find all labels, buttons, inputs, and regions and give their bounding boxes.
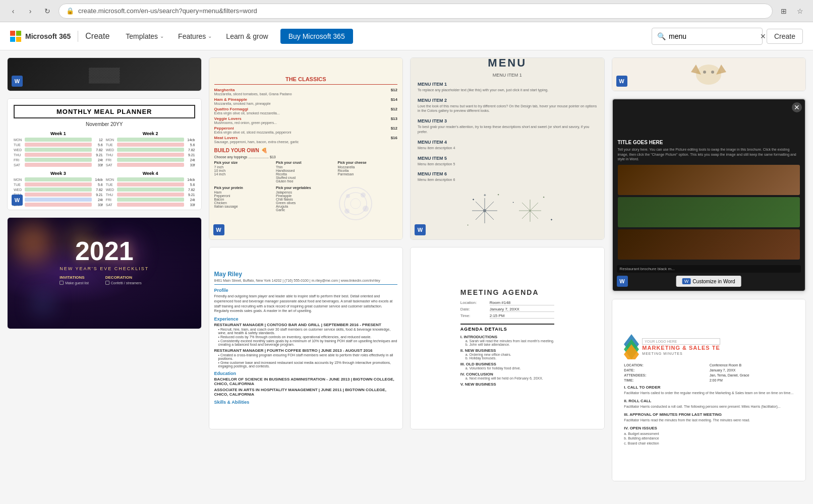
mp-week3: Week 3 MON14cb TUE5.6 WED7.82 THU9.21 FR… (14, 171, 103, 207)
resume-name: May Riley (214, 271, 398, 278)
marketing-text-2: Facilitator Harris conducted a roll call… (624, 404, 793, 409)
svg-text:✦: ✦ (497, 193, 499, 196)
column-2: THE CLASSICS MargheritaMozzarella, slice… (209, 57, 403, 481)
classic-item-1: MENU ITEM 1 To replace any placeholder t… (418, 82, 597, 93)
create-header-button[interactable]: Create (767, 29, 803, 44)
svg-text:✦: ✦ (550, 218, 553, 221)
svg-point-3 (346, 194, 350, 198)
browser-chrome: ‹ › ↻ 🔒 create.microsoft.com/en-us/searc… (0, 0, 813, 22)
card-meal-planner[interactable]: MONTHLY MEAL PLANNER November 20YY Week … (7, 98, 202, 210)
buy-button[interactable]: Buy Microsoft 365 (280, 29, 353, 44)
dark-decor: ▓▓▓ (89, 67, 120, 83)
svg-line-24 (530, 203, 538, 211)
resume-profile-text: Friendly and outgoing team player and le… (214, 294, 398, 313)
card-resume[interactable]: May Riley 8461 Main Street, Buffalo, New… (209, 247, 403, 429)
agenda-date-row: Date: January 7, 20XX (460, 307, 554, 312)
card-agenda[interactable]: MEETING AGENDA Location: Room #148 Date:… (410, 247, 605, 429)
nav-templates[interactable]: Templates ⌄ (120, 29, 170, 43)
build-size: Pick your size 7 inch10 inch14 inch (214, 161, 274, 183)
bokeh-1 (13, 223, 53, 263)
classic-item-2: MENU ITEM 2 Love the look of this menu b… (418, 98, 597, 114)
mp-row: THU9.21 (106, 193, 195, 197)
veggie-list: JalapenosPineappleChili flakesGreen oliv… (276, 191, 336, 212)
address-bar[interactable]: 🔒 create.microsoft.com/en-us/search?quer… (59, 4, 773, 19)
nye-checkbox-decor (105, 281, 109, 285)
card-partial-fox[interactable]: W (612, 57, 806, 91)
resume-education-title: Education (214, 371, 398, 376)
mp-row: MON12 (14, 138, 103, 142)
build-own-title: BUILD YOUR OWN 🍕 (214, 148, 398, 153)
logo-sq-green (16, 31, 21, 36)
card-rest-brochure[interactable]: ✕ TITLE GOES HERE Tell your story here. … (612, 98, 806, 292)
ms365-logo[interactable]: Microsoft 365 (10, 31, 71, 42)
mp-title: MONTHLY MEAL PLANNER (14, 105, 195, 118)
meta-time-label: TIME: (624, 379, 708, 382)
nav-learn[interactable]: Learn & grow (220, 29, 274, 43)
nye-decor-label: Confetti / streamers (111, 281, 142, 285)
resume-bullet: • Reduced costs by 7% through controls o… (218, 335, 398, 339)
classic-item-5: MENU ITEM 5 Menu item description 5 (418, 156, 597, 167)
mp-row: WED7.82 (106, 187, 195, 192)
nav-features[interactable]: Features ⌄ (172, 29, 218, 43)
word-badge-dark: W (12, 76, 23, 87)
customize-word-icon: W (682, 278, 691, 284)
word-badge-fox: W (616, 76, 627, 87)
search-clear-icon[interactable]: ✕ (760, 32, 766, 40)
agenda-date-value: January 7, 20XX (490, 307, 554, 312)
extensions-button[interactable]: ⊞ (777, 4, 791, 18)
agenda-image: MEETING AGENDA Location: Room #148 Date:… (411, 247, 604, 429)
back-button[interactable]: ‹ (6, 4, 20, 18)
card-pizza[interactable]: THE CLASSICS MargheritaMozzarella, slice… (209, 57, 403, 240)
bookmark-button[interactable]: ☆ (793, 4, 807, 18)
resume-bullet: • Recruit, hire, train, and coach over 3… (218, 328, 398, 335)
ms-logo-squares (10, 31, 21, 42)
marketing-subtitle: MEETING MINUTES (642, 352, 720, 355)
marketing-text-1: Facilitator Harris called to order the r… (624, 391, 793, 396)
rest-bottom-label: Restaurant brochure black m... (617, 265, 801, 273)
mp-row: TUE5.6 (14, 143, 103, 147)
mp-row: WED7.82 (14, 148, 103, 152)
svg-point-5 (363, 206, 369, 212)
meta-attendees-value: Jan, Tema, Daniel, Grace (710, 373, 793, 377)
nye-subtitle: NEW YEAR'S EVE CHECKLIST (60, 266, 149, 271)
nye-check-item: Make guest list (60, 281, 103, 285)
marketing-section-2: II. ROLL CALL (624, 399, 793, 403)
protein-list: HamPepperoniBaconChickenItalian sausage (214, 191, 274, 208)
customize-word-button[interactable]: W Customize in Word (676, 276, 741, 287)
search-box[interactable]: 🔍 ✕ (652, 28, 763, 45)
mp-row: THU9.21 (106, 153, 195, 157)
build-grid-2: Pick your protein HamPepperoniBaconChick… (214, 186, 398, 222)
card-nye[interactable]: 2021 NEW YEAR'S EVE CHECKLIST INVITATION… (7, 217, 202, 329)
meta-date-value: January 7, 20XX (710, 368, 793, 372)
mp-row: SAT33f (14, 203, 103, 207)
mp-week1-header: Week 1 (14, 131, 103, 136)
meta-location-label: LOCATION: (624, 363, 708, 367)
search-input[interactable] (669, 32, 757, 40)
mp-week2-header: Week 2 (106, 131, 195, 136)
mp-row: THU9.21 (14, 153, 103, 157)
resume-bullet: • Grew customer base and increased resta… (218, 361, 398, 368)
reload-button[interactable]: ↻ (40, 4, 54, 18)
meta-location-value: Conference Room B (710, 363, 793, 367)
meta-attendees-label: ATTENDEES: (624, 373, 708, 377)
classic-item-4: MENU ITEM 4 Menu item description 4 (418, 140, 597, 151)
card-marketing[interactable]: YOUR LOGO HERE MARKETING & SALES TE MEET… (612, 299, 806, 481)
svg-line-25 (522, 203, 530, 211)
build-grid: Pick your size 7 inch10 inch14 inch Pick… (214, 161, 398, 183)
menu-item-quattro: Quattro FormaggiExtra virgin olive oil, … (214, 107, 398, 115)
mp-week2: Week 2 MON14cb TUE5.6 WED7.82 THU9.21 FR… (106, 131, 195, 167)
resume-bullet: • Created a cross-training program ensur… (218, 353, 398, 360)
card-classic-menu[interactable]: MENU MENU ITEM 1 MENU ITEM 1 To replace … (410, 57, 605, 240)
mp-row: SAT33f (106, 163, 195, 167)
rest-description: Tell your story here. You can use the Pi… (618, 147, 800, 162)
close-button[interactable]: ✕ (792, 102, 802, 112)
partial-dark-image: ▓▓▓ (8, 58, 201, 91)
svg-point-36 (711, 71, 714, 74)
logo-sq-blue (10, 37, 15, 42)
card-partial-dark[interactable]: ▓▓▓ W (7, 57, 202, 91)
svg-text:✦: ✦ (472, 198, 475, 201)
menu-item-ham: Ham & PineappleMozzarella, smoked ham, p… (214, 97, 398, 105)
marketing-logo-area: YOUR LOGO HERE MARKETING & SALES TE MEET… (624, 334, 793, 359)
agenda-date-label: Date: (460, 307, 486, 311)
forward-button[interactable]: › (23, 4, 37, 18)
